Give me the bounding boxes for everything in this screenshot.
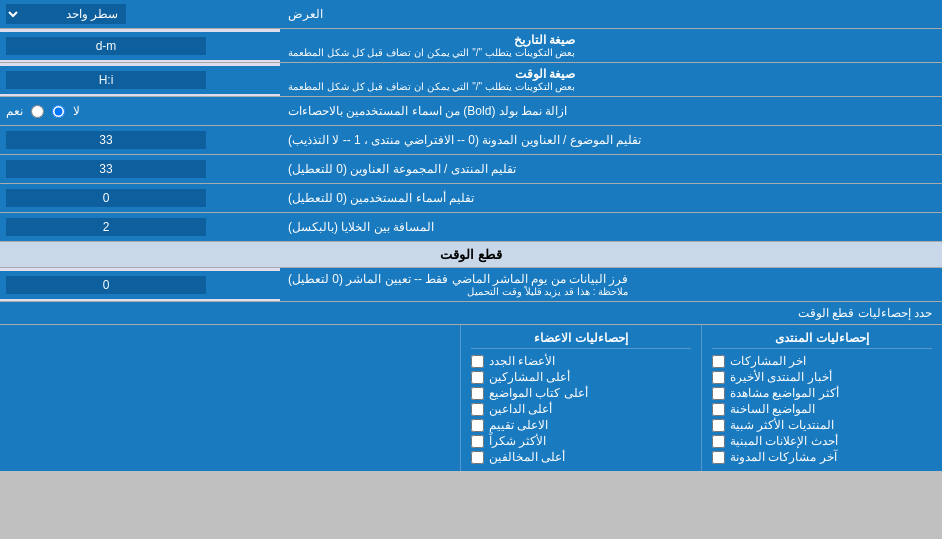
bold-remove-radio-container[interactable]: نعم لا — [0, 97, 280, 125]
cutoff-label: فرز البيانات من يوم الماشر الماضي فقط --… — [280, 268, 942, 301]
topics-order-input-container[interactable] — [0, 126, 280, 154]
checkbox-label: آخر مشاركات المدونة — [730, 450, 837, 464]
cell-spacing-text: المسافة بين الخلايا (بالبكسل) — [288, 220, 434, 234]
list-item: الأكثر شكراً — [471, 433, 691, 449]
checkbox-label: أكثر المواضيع مشاهدة — [730, 386, 839, 400]
checkbox-label: الاعلى تقييم — [489, 418, 548, 432]
forum-order-text: تقليم المنتدى / المجموعة العناوين (0 للت… — [288, 162, 516, 176]
checkbox-label: أعلى المشاركين — [489, 370, 570, 384]
list-item: أعلى المشاركين — [471, 369, 691, 385]
checkboxes-area: إحصاءليات المنتدى اخر المشاركات أخبار ال… — [0, 325, 942, 471]
users-order-text: تقليم أسماء المستخدمين (0 للتعطيل) — [288, 191, 474, 205]
forum-order-input-container[interactable] — [0, 155, 280, 183]
checkbox-label: أحدث الإعلانات المبنية — [730, 434, 838, 448]
checkbox-label: أعلى المخالفين — [489, 450, 565, 464]
checkbox-forum-news[interactable] — [712, 371, 725, 384]
checkbox-top-topic-writers[interactable] — [471, 387, 484, 400]
topics-order-row: تقليم الموضوع / العناوين المدونة (0 -- ا… — [0, 126, 942, 155]
date-format-label: صيغة التاريخ بعض التكوينات يتطلب "/" الت… — [280, 29, 942, 62]
checkbox-most-thanked[interactable] — [471, 435, 484, 448]
list-item: أخبار المنتدى الأخيرة — [712, 369, 932, 385]
limit-label: حدد إحصاءليات قطع الوقت — [798, 306, 932, 320]
date-format-title: صيغة التاريخ — [288, 33, 575, 47]
forum-stats-col: إحصاءليات المنتدى اخر المشاركات أخبار ال… — [702, 325, 942, 471]
header-row: العرض سطر واحد سطران ثلاثة أسطر — [0, 0, 942, 29]
bold-yes-label: نعم — [6, 104, 23, 118]
checkbox-label: المواضيع الساخنة — [730, 402, 815, 416]
list-item: أحدث الإعلانات المبنية — [712, 433, 932, 449]
checkbox-label: المنتديات الأكثر شبية — [730, 418, 834, 432]
list-item: أعلى كتاب المواضيع — [471, 385, 691, 401]
members-stats-col: إحصاءليات الاعضاء الأعضاء الجدد أعلى الم… — [461, 325, 702, 471]
users-order-row: تقليم أسماء المستخدمين (0 للتعطيل) — [0, 184, 942, 213]
title-text: العرض — [288, 7, 323, 21]
time-format-input[interactable] — [6, 71, 206, 89]
bold-no-radio[interactable] — [52, 105, 65, 118]
time-format-row: صيغة الوقت بعض التكوينات يتطلب "/" التي … — [0, 63, 942, 97]
checkbox-latest-announcements[interactable] — [712, 435, 725, 448]
date-format-subtitle: بعض التكوينات يتطلب "/" التي يمكن ان تضا… — [288, 47, 575, 58]
checkbox-label: الأعضاء الجدد — [489, 354, 555, 368]
topics-order-text: تقليم الموضوع / العناوين المدونة (0 -- ا… — [288, 133, 641, 147]
cell-spacing-input-container[interactable] — [0, 213, 280, 241]
bold-remove-row: ازالة نمط بولد (Bold) من اسماء المستخدمي… — [0, 97, 942, 126]
forum-order-input[interactable] — [6, 160, 206, 178]
checkbox-top-posters[interactable] — [471, 371, 484, 384]
cell-spacing-row: المسافة بين الخلايا (بالبكسل) — [0, 213, 942, 242]
checkbox-new-members[interactable] — [471, 355, 484, 368]
users-order-input[interactable] — [6, 189, 206, 207]
bold-remove-label: ازالة نمط بولد (Bold) من اسماء المستخدمي… — [280, 97, 942, 125]
time-format-title: صيغة الوقت — [288, 67, 575, 81]
bold-yes-radio[interactable] — [31, 105, 44, 118]
forum-order-row: تقليم المنتدى / المجموعة العناوين (0 للت… — [0, 155, 942, 184]
topics-order-label: تقليم الموضوع / العناوين المدونة (0 -- ا… — [280, 126, 942, 154]
cutoff-input-container[interactable] — [0, 271, 280, 299]
cell-spacing-input[interactable] — [6, 218, 206, 236]
checkbox-label: أخبار المنتدى الأخيرة — [730, 370, 832, 384]
checkbox-label: أعلى الداعين — [489, 402, 552, 416]
cutoff-input[interactable] — [6, 276, 206, 294]
empty-col — [0, 325, 461, 471]
display-select[interactable]: سطر واحد سطران ثلاثة أسطر — [6, 4, 126, 24]
date-format-input-container[interactable] — [0, 32, 280, 60]
checkbox-label: اخر المشاركات — [730, 354, 806, 368]
list-item: الاعلى تقييم — [471, 417, 691, 433]
page-title: العرض — [280, 0, 942, 28]
cutoff-main-text: فرز البيانات من يوم الماشر الماضي فقط --… — [288, 272, 628, 286]
users-order-label: تقليم أسماء المستخدمين (0 للتعطيل) — [280, 184, 942, 212]
date-format-row: صيغة التاريخ بعض التكوينات يتطلب "/" الت… — [0, 29, 942, 63]
dropdown-container[interactable]: سطر واحد سطران ثلاثة أسطر — [0, 0, 280, 28]
date-format-input[interactable] — [6, 37, 206, 55]
list-item: آخر مشاركات المدونة — [712, 449, 932, 465]
cell-spacing-label: المسافة بين الخلايا (بالبكسل) — [280, 213, 942, 241]
list-item: أعلى المخالفين — [471, 449, 691, 465]
forum-stats-title: إحصاءليات المنتدى — [712, 331, 932, 349]
checkbox-most-viewed[interactable] — [712, 387, 725, 400]
checkbox-top-violators[interactable] — [471, 451, 484, 464]
checkbox-blog-posts[interactable] — [712, 451, 725, 464]
checkbox-label: الأكثر شكراً — [489, 434, 546, 448]
checkbox-top-rated[interactable] — [471, 419, 484, 432]
list-item: أكثر المواضيع مشاهدة — [712, 385, 932, 401]
checkbox-most-similar[interactable] — [712, 419, 725, 432]
users-order-input-container[interactable] — [0, 184, 280, 212]
time-format-subtitle: بعض التكوينات يتطلب "/" التي يمكن ان تضا… — [288, 81, 575, 92]
list-item: الأعضاء الجدد — [471, 353, 691, 369]
time-format-input-container[interactable] — [0, 66, 280, 94]
checkbox-top-inviters[interactable] — [471, 403, 484, 416]
bold-no-label: لا — [73, 104, 80, 118]
cutoff-row: فرز البيانات من يوم الماشر الماضي فقط --… — [0, 268, 942, 302]
cutoff-title: قطع الوقت — [440, 247, 502, 262]
list-item: المنتديات الأكثر شبية — [712, 417, 932, 433]
checkbox-hot-topics[interactable] — [712, 403, 725, 416]
bold-remove-text: ازالة نمط بولد (Bold) من اسماء المستخدمي… — [288, 104, 567, 118]
members-stats-title: إحصاءليات الاعضاء — [471, 331, 691, 349]
checkbox-last-posts[interactable] — [712, 355, 725, 368]
bold-radio-group: نعم لا — [6, 104, 80, 118]
topics-order-input[interactable] — [6, 131, 206, 149]
list-item: أعلى الداعين — [471, 401, 691, 417]
list-item: المواضيع الساخنة — [712, 401, 932, 417]
forum-order-label: تقليم المنتدى / المجموعة العناوين (0 للت… — [280, 155, 942, 183]
checkbox-label: أعلى كتاب المواضيع — [489, 386, 588, 400]
cutoff-note-text: ملاحظة : هذا قد يزيد قليلاً وقت التحميل — [288, 286, 628, 297]
